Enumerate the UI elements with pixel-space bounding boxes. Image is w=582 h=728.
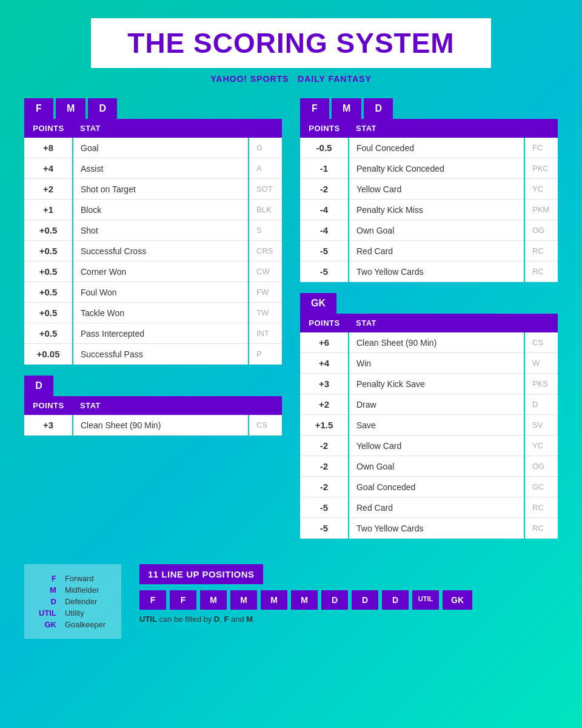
table-row: +8 Goal G bbox=[24, 138, 282, 158]
main-columns: F M D POINTS STAT +8 Goal G +4 Assist A … bbox=[24, 98, 558, 550]
legend-item: M Midfielder bbox=[35, 584, 109, 596]
abbr-cell: G bbox=[249, 138, 282, 158]
abbr-cell: PKM bbox=[524, 200, 558, 220]
brand-name: YAHOO! SPORTS bbox=[210, 74, 289, 84]
pos-badge-gk: GK bbox=[300, 293, 336, 314]
points-cell: +0.5 bbox=[24, 282, 73, 303]
points-cell: +8 bbox=[24, 138, 73, 158]
right-gk-table: POINTS STAT +6 Clean Sheet (90 Min) CS +… bbox=[300, 314, 558, 539]
table-row: +0.5 Shot S bbox=[24, 220, 282, 241]
left-d-points-header: POINTS bbox=[24, 396, 73, 415]
right-gk-abbr-header bbox=[524, 314, 558, 332]
lineup-position-badge: M bbox=[230, 590, 257, 610]
abbr-cell: INT bbox=[249, 323, 282, 344]
left-d-stat-header: STAT bbox=[73, 396, 249, 415]
table-row: -1 Penalty Kick Conceded PKC bbox=[300, 158, 558, 179]
stat-cell: Own Goal bbox=[349, 220, 524, 241]
table-row: -2 Yellow Card YC bbox=[300, 436, 558, 456]
left-position-badges: F M D bbox=[24, 98, 282, 119]
points-cell: -5 bbox=[300, 497, 349, 518]
util-m: M bbox=[246, 615, 253, 624]
util-bold: UTIL bbox=[139, 615, 157, 624]
abbr-cell: RC bbox=[524, 241, 558, 261]
stat-cell: Block bbox=[73, 200, 249, 220]
table-row: +0.5 Tackle Won TW bbox=[24, 303, 282, 323]
util-d: D bbox=[214, 615, 219, 624]
stat-cell: Goal Conceded bbox=[349, 477, 524, 497]
table-row: -5 Red Card RC bbox=[300, 497, 558, 518]
stat-cell: Foul Conceded bbox=[349, 138, 524, 158]
table-row: -2 Goal Conceded GC bbox=[300, 477, 558, 497]
lineup-position-badge: UTIL bbox=[412, 590, 439, 610]
abbr-cell: D bbox=[524, 394, 558, 415]
abbr-cell: YC bbox=[524, 179, 558, 200]
stat-cell: Successful Cross bbox=[73, 241, 249, 261]
legend-label: Midfielder bbox=[61, 584, 109, 596]
table-row: +0.5 Foul Won FW bbox=[24, 282, 282, 303]
lineup-position-badge: M bbox=[261, 590, 287, 610]
table-row: +3 Penalty Kick Save PKS bbox=[300, 374, 558, 394]
lineup-position-badge: D bbox=[382, 590, 409, 610]
points-cell: +0.5 bbox=[24, 303, 73, 323]
stat-cell: Save bbox=[349, 415, 524, 436]
right-fmd-stat-header: STAT bbox=[349, 119, 524, 138]
points-cell: +3 bbox=[300, 374, 349, 394]
table-row: -4 Own Goal OG bbox=[300, 220, 558, 241]
points-cell: -5 bbox=[300, 261, 349, 282]
points-cell: -2 bbox=[300, 456, 349, 477]
lineup-box: 11 LINE UP POSITIONS FFMMMMDDDUTILGK UTI… bbox=[139, 564, 558, 624]
left-d-table: POINTS STAT +3 Clean Sheet (90 Min) CS bbox=[24, 396, 282, 436]
legend-positions: F Forward M Midfielder D Defender UTIL U… bbox=[24, 564, 121, 639]
abbr-cell: TW bbox=[249, 303, 282, 323]
table-row: -5 Red Card RC bbox=[300, 241, 558, 261]
points-cell: +4 bbox=[24, 158, 73, 179]
table-row: -4 Penalty Kick Miss PKM bbox=[300, 200, 558, 220]
left-abbr-header bbox=[249, 119, 282, 138]
table-row: +2 Draw D bbox=[300, 394, 558, 415]
stat-cell: Pass Intercepted bbox=[73, 323, 249, 344]
abbr-cell: W bbox=[524, 353, 558, 374]
legend-label: Utility bbox=[61, 607, 109, 619]
legend-item: GK Goalkeeper bbox=[35, 619, 109, 630]
points-cell: -4 bbox=[300, 220, 349, 241]
stat-cell: Red Card bbox=[349, 497, 524, 518]
right-gk-stat-header: STAT bbox=[349, 314, 524, 332]
table-row: +0.5 Successful Cross CRS bbox=[24, 241, 282, 261]
table-row: +0.05 Successful Pass P bbox=[24, 344, 282, 365]
points-cell: -5 bbox=[300, 241, 349, 261]
abbr-cell: FC bbox=[524, 138, 558, 158]
abbr-cell: CW bbox=[249, 261, 282, 282]
abbr-cell: RC bbox=[524, 261, 558, 282]
points-cell: -2 bbox=[300, 477, 349, 497]
lineup-title: 11 LINE UP POSITIONS bbox=[139, 564, 263, 584]
legend-item: D Defender bbox=[35, 596, 109, 607]
left-column: F M D POINTS STAT +8 Goal G +4 Assist A … bbox=[24, 98, 282, 447]
points-cell: +6 bbox=[300, 332, 349, 353]
left-d-abbr-header bbox=[249, 396, 282, 415]
legend-label: Defender bbox=[61, 596, 109, 607]
lineup-position-badge: F bbox=[170, 590, 196, 610]
right-fmd-table: POINTS STAT -0.5 Foul Conceded FC -1 Pen… bbox=[300, 119, 558, 282]
stat-cell: Penalty Kick Save bbox=[349, 374, 524, 394]
stat-cell: Clean Sheet (90 Min) bbox=[73, 415, 249, 436]
util-note: UTIL can be filled by D, F and M. bbox=[139, 615, 558, 624]
legend-abbr: UTIL bbox=[35, 607, 61, 619]
abbr-cell: GC bbox=[524, 477, 558, 497]
abbr-cell: RC bbox=[524, 497, 558, 518]
product-name: DAILY FANTASY bbox=[298, 74, 372, 84]
right-fmd-abbr-header bbox=[524, 119, 558, 138]
points-cell: +4 bbox=[300, 353, 349, 374]
legend-label: Goalkeeper bbox=[61, 619, 109, 630]
table-row: +1 Block BLK bbox=[24, 200, 282, 220]
right-fmd-badges: F M D bbox=[300, 98, 558, 119]
pos-badge-d: D bbox=[88, 98, 117, 119]
stat-cell: Foul Won bbox=[73, 282, 249, 303]
stat-cell: Win bbox=[349, 353, 524, 374]
table-row: +6 Clean Sheet (90 Min) CS bbox=[300, 332, 558, 353]
points-cell: +0.05 bbox=[24, 344, 73, 365]
legend-bar: F Forward M Midfielder D Defender UTIL U… bbox=[24, 564, 558, 639]
lineup-position-badge: M bbox=[200, 590, 227, 610]
lineup-position-badge: D bbox=[352, 590, 378, 610]
table-row: +4 Win W bbox=[300, 353, 558, 374]
lineup-position-badge: GK bbox=[443, 590, 472, 610]
